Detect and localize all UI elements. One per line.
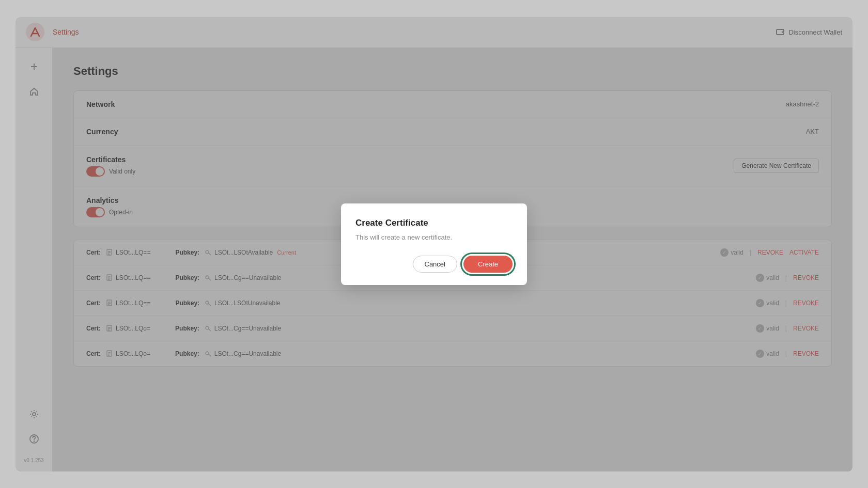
create-certificate-modal: Create Certificate This will create a ne… bbox=[341, 203, 527, 285]
modal-actions: Cancel Create bbox=[355, 256, 513, 273]
modal-overlay: Create Certificate This will create a ne… bbox=[16, 17, 853, 471]
modal-description: This will create a new certificate. bbox=[355, 233, 513, 241]
modal-title: Create Certificate bbox=[355, 218, 513, 228]
create-button[interactable]: Create bbox=[463, 256, 513, 273]
cancel-button[interactable]: Cancel bbox=[413, 256, 457, 273]
app-window: Settings Disconnect Wallet bbox=[16, 17, 853, 471]
